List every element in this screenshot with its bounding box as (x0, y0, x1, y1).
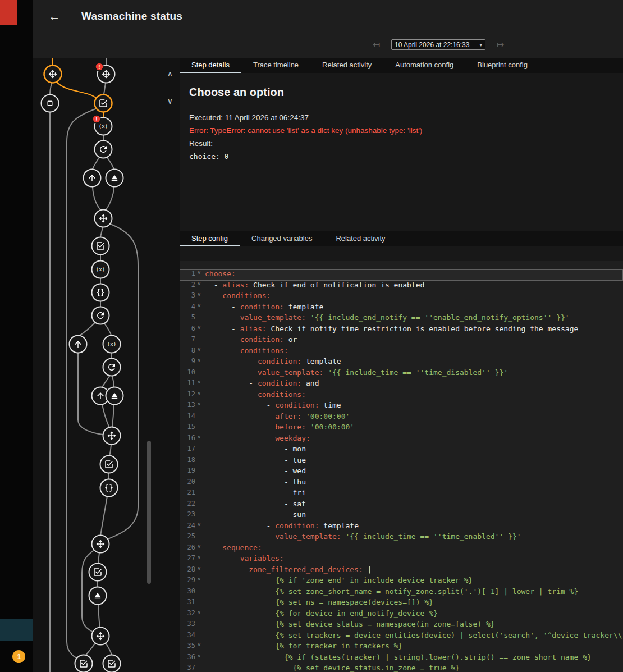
older-trace-icon[interactable]: ↤ (373, 39, 380, 50)
fold-chevron-icon[interactable]: v (195, 324, 205, 336)
trace-node-event[interactable] (106, 170, 123, 187)
editor-line-3[interactable]: 3v conditions: (180, 291, 623, 303)
subtab-changed-variables[interactable]: Changed variables (240, 231, 324, 246)
editor-line-13[interactable]: 13v - condition: time (180, 401, 623, 412)
trace-node-variables[interactable] (92, 284, 109, 301)
fold-chevron-icon[interactable]: v (195, 642, 205, 653)
editor-line-24[interactable]: 24v - condition: template (180, 522, 623, 533)
editor-line-7[interactable]: 7 condition: or (180, 335, 623, 346)
editor-line-35[interactable]: 35v {% for tracker in trackers %} (180, 642, 623, 653)
trace-node-variables[interactable] (100, 479, 118, 497)
trace-node-service-call[interactable]: ! (93, 115, 112, 135)
trace-node-choose[interactable] (92, 536, 109, 553)
editor-line-14[interactable]: 14 after: '00:00:00' (180, 412, 623, 423)
sidebar-selected-item[interactable] (0, 619, 33, 641)
expand-graph-button[interactable]: ∨ (167, 97, 173, 106)
fold-chevron-icon[interactable]: v (195, 401, 205, 412)
editor-line-17[interactable]: 17 - mon (180, 445, 623, 456)
newer-trace-icon[interactable]: ↦ (497, 39, 504, 50)
fold-chevron-icon[interactable]: v (195, 281, 205, 292)
fold-chevron-icon[interactable]: v (195, 346, 205, 358)
editor-line-25[interactable]: 25 value_template: '{{ include_time == '… (180, 532, 623, 543)
back-arrow-icon[interactable]: ← (41, 10, 68, 23)
editor-line-4[interactable]: 4v - condition: template (180, 303, 623, 314)
trace-node-choose[interactable] (95, 210, 112, 227)
editor-line-10[interactable]: 10 value_template: '{{ include_time == '… (180, 368, 623, 380)
fold-chevron-icon[interactable]: v (195, 609, 205, 620)
editor-line-36[interactable]: 36v {% if (states(tracker) | string).low… (180, 653, 623, 664)
editor-line-8[interactable]: 8v conditions: (180, 346, 623, 358)
editor-line-21[interactable]: 21 - fri (180, 488, 623, 500)
trace-node-service-call[interactable] (103, 336, 121, 353)
editor-line-5[interactable]: 5 value_template: '{{ include_end_notify… (180, 313, 623, 324)
editor-line-20[interactable]: 20 - thu (180, 478, 623, 489)
sidebar-alert-item[interactable] (0, 0, 17, 25)
trace-node-choose[interactable] (44, 66, 62, 83)
editor-line-18[interactable]: 18 - tue (180, 456, 623, 467)
trace-node-event[interactable] (106, 387, 123, 405)
editor-line-31[interactable]: 31 {% set ns = namespace(devices=[]) %} (180, 598, 623, 609)
editor-line-30[interactable]: 30 {% set zone_short_name = notify_zone.… (180, 587, 623, 598)
trace-node-choose[interactable] (92, 628, 109, 645)
trace-node-condition[interactable] (103, 655, 121, 672)
trace-node-condition[interactable] (89, 564, 107, 581)
editor-line-6[interactable]: 6v - alias: Check if notify time restric… (180, 324, 623, 336)
editor-line-15[interactable]: 15 before: '00:00:00' (180, 423, 623, 434)
collapse-graph-button[interactable]: ∧ (167, 69, 173, 78)
editor-line-27[interactable]: 27v - variables: (180, 554, 623, 565)
trace-node-stop[interactable] (42, 95, 59, 112)
editor-line-37[interactable]: 37 {% set device_status.in_zone = true %… (180, 664, 623, 672)
trace-node-condition[interactable] (95, 95, 112, 112)
fold-chevron-icon[interactable]: v (195, 434, 205, 445)
editor-line-33[interactable]: 33 {% set device_status = namespace(in_z… (180, 620, 623, 631)
graph-scrollbar[interactable] (147, 441, 151, 584)
trace-node-repeat[interactable] (95, 141, 112, 158)
editor-line-28[interactable]: 28v zone_filtered_end_devices: | (180, 565, 623, 577)
trace-node-event[interactable] (89, 587, 107, 605)
fold-chevron-icon[interactable]: v (195, 379, 205, 390)
editor-line-19[interactable]: 19 - wed (180, 467, 623, 478)
trace-node-trigger[interactable] (70, 336, 87, 353)
trace-node-service-call[interactable] (92, 261, 109, 278)
fold-chevron-icon[interactable]: v (195, 653, 205, 664)
trace-node-condition[interactable] (92, 237, 109, 255)
editor-line-34[interactable]: 34 {% set trackers = device_entities(dev… (180, 631, 623, 642)
notification-count-badge[interactable]: 1 (12, 650, 25, 663)
trace-node-repeat[interactable] (92, 307, 109, 324)
fold-chevron-icon[interactable]: v (195, 291, 205, 303)
tab-blueprint-config[interactable]: Blueprint config (465, 58, 539, 73)
trace-date-select[interactable]: 10 April 2026 at 22:16:33 ▾ (391, 39, 485, 50)
editor-line-9[interactable]: 9v - condition: template (180, 357, 623, 368)
trace-node-repeat[interactable] (103, 359, 121, 376)
trace-node-choose[interactable] (103, 427, 121, 445)
editor-line-16[interactable]: 16v weekday: (180, 434, 623, 445)
editor-line-11[interactable]: 11v - condition: and (180, 379, 623, 390)
tab-related-activity[interactable]: Related activity (310, 58, 383, 73)
editor-line-12[interactable]: 12v conditions: (180, 390, 623, 401)
subtab-related-activity[interactable]: Related activity (324, 231, 397, 246)
fold-chevron-icon[interactable]: v (195, 543, 205, 555)
trace-node-trigger[interactable] (84, 170, 101, 187)
trace-node-condition[interactable] (75, 655, 93, 672)
fold-chevron-icon[interactable]: v (195, 565, 205, 577)
tab-automation-config[interactable]: Automation config (383, 58, 465, 73)
editor-line-29[interactable]: 29v {% if 'zone_end' in include_device_t… (180, 576, 623, 587)
fold-chevron-icon[interactable]: v (195, 390, 205, 401)
fold-chevron-icon[interactable]: v (195, 269, 205, 281)
fold-chevron-icon[interactable]: v (195, 554, 205, 565)
tab-step-details[interactable]: Step details (180, 58, 241, 73)
editor-line-1[interactable]: 1vchoose: (180, 269, 623, 281)
editor-line-32[interactable]: 32v {% for device in end_notify_device %… (180, 609, 623, 620)
fold-chevron-icon[interactable]: v (195, 576, 205, 587)
editor-line-2[interactable]: 2v - alias: Check if end of notification… (180, 281, 623, 292)
trace-node-choose[interactable]: ! (95, 63, 115, 83)
fold-chevron-icon[interactable]: v (195, 522, 205, 533)
tab-trace-timeline[interactable]: Trace timeline (241, 58, 310, 73)
subtab-step-config[interactable]: Step config (180, 231, 240, 246)
trace-node-condition[interactable] (100, 456, 118, 473)
editor-line-23[interactable]: 23 - sun (180, 510, 623, 522)
fold-chevron-icon[interactable]: v (195, 357, 205, 368)
editor-line-26[interactable]: 26v sequence: (180, 543, 623, 555)
editor-line-22[interactable]: 22 - sat (180, 500, 623, 511)
fold-chevron-icon[interactable]: v (195, 303, 205, 314)
